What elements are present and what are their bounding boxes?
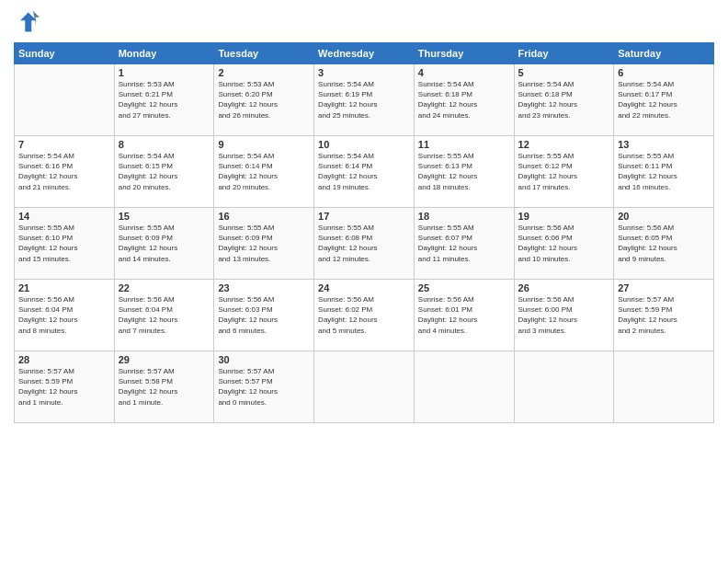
calendar-cell: 25Sunrise: 5:56 AM Sunset: 6:01 PM Dayli… [414, 280, 514, 351]
day-info: Sunrise: 5:54 AM Sunset: 6:14 PM Dayligh… [218, 151, 310, 192]
calendar-cell: 13Sunrise: 5:55 AM Sunset: 6:11 PM Dayli… [614, 136, 714, 208]
day-info: Sunrise: 5:55 AM Sunset: 6:10 PM Dayligh… [18, 223, 110, 264]
day-number: 21 [18, 282, 110, 293]
day-number: 10 [318, 139, 410, 150]
day-info: Sunrise: 5:53 AM Sunset: 6:20 PM Dayligh… [218, 79, 310, 121]
day-info: Sunrise: 5:57 AM Sunset: 5:57 PM Dayligh… [218, 366, 310, 408]
calendar-cell: 17Sunrise: 5:55 AM Sunset: 6:08 PM Dayli… [314, 208, 415, 280]
calendar-cell: 8Sunrise: 5:54 AM Sunset: 6:15 PM Daylig… [114, 136, 214, 208]
calendar-table: SundayMondayTuesdayWednesdayThursdayFrid… [14, 42, 714, 423]
calendar-cell: 1Sunrise: 5:53 AM Sunset: 6:21 PM Daylig… [114, 64, 214, 136]
day-number: 5 [518, 67, 610, 78]
day-number: 2 [218, 67, 310, 78]
day-info: Sunrise: 5:54 AM Sunset: 6:15 PM Dayligh… [119, 151, 210, 192]
day-info: Sunrise: 5:55 AM Sunset: 6:07 PM Dayligh… [418, 223, 510, 264]
calendar-cell: 27Sunrise: 5:57 AM Sunset: 5:59 PM Dayli… [614, 280, 714, 351]
day-number: 19 [518, 211, 610, 222]
calendar-cell: 2Sunrise: 5:53 AM Sunset: 6:20 PM Daylig… [214, 64, 314, 136]
calendar-cell [614, 351, 714, 423]
calendar-cell: 18Sunrise: 5:55 AM Sunset: 6:07 PM Dayli… [414, 208, 514, 280]
day-info: Sunrise: 5:55 AM Sunset: 6:09 PM Dayligh… [119, 223, 210, 264]
calendar-cell [514, 351, 614, 423]
day-info: Sunrise: 5:54 AM Sunset: 6:18 PM Dayligh… [518, 79, 610, 121]
day-number: 12 [518, 139, 610, 150]
calendar-cell [314, 351, 415, 423]
day-info: Sunrise: 5:56 AM Sunset: 6:01 PM Dayligh… [418, 294, 510, 336]
col-header-thursday: Thursday [414, 43, 514, 64]
page: SundayMondayTuesdayWednesdayThursdayFrid… [0, 0, 728, 563]
day-info: Sunrise: 5:56 AM Sunset: 6:02 PM Dayligh… [318, 294, 410, 336]
calendar-cell: 9Sunrise: 5:54 AM Sunset: 6:14 PM Daylig… [214, 136, 314, 208]
calendar-cell: 30Sunrise: 5:57 AM Sunset: 5:57 PM Dayli… [214, 351, 314, 423]
day-number: 15 [119, 211, 210, 222]
week-row-2: 7Sunrise: 5:54 AM Sunset: 6:16 PM Daylig… [15, 136, 714, 208]
day-number: 29 [119, 354, 210, 365]
calendar-cell: 16Sunrise: 5:55 AM Sunset: 6:09 PM Dayli… [214, 208, 314, 280]
logo [14, 9, 43, 35]
calendar-cell: 10Sunrise: 5:54 AM Sunset: 6:14 PM Dayli… [314, 136, 415, 208]
calendar-cell: 29Sunrise: 5:57 AM Sunset: 5:58 PM Dayli… [114, 351, 214, 423]
calendar-cell: 20Sunrise: 5:56 AM Sunset: 6:05 PM Dayli… [614, 208, 714, 280]
week-row-4: 21Sunrise: 5:56 AM Sunset: 6:04 PM Dayli… [15, 280, 714, 351]
day-number: 6 [618, 67, 710, 78]
calendar-cell [414, 351, 514, 423]
calendar-cell: 4Sunrise: 5:54 AM Sunset: 6:18 PM Daylig… [414, 64, 514, 136]
calendar-cell: 3Sunrise: 5:54 AM Sunset: 6:19 PM Daylig… [314, 64, 415, 136]
header [14, 9, 714, 35]
calendar-cell: 24Sunrise: 5:56 AM Sunset: 6:02 PM Dayli… [314, 280, 415, 351]
day-info: Sunrise: 5:56 AM Sunset: 6:03 PM Dayligh… [218, 294, 310, 336]
calendar-cell: 5Sunrise: 5:54 AM Sunset: 6:18 PM Daylig… [514, 64, 614, 136]
day-number: 8 [119, 139, 210, 150]
day-number: 13 [618, 139, 710, 150]
day-number: 25 [418, 282, 510, 293]
col-header-monday: Monday [114, 43, 214, 64]
col-header-sunday: Sunday [15, 43, 115, 64]
day-number: 17 [318, 211, 410, 222]
col-header-tuesday: Tuesday [214, 43, 314, 64]
day-info: Sunrise: 5:54 AM Sunset: 6:19 PM Dayligh… [318, 79, 410, 121]
day-number: 18 [418, 211, 510, 222]
calendar-cell: 23Sunrise: 5:56 AM Sunset: 6:03 PM Dayli… [214, 280, 314, 351]
day-info: Sunrise: 5:57 AM Sunset: 5:58 PM Dayligh… [119, 366, 210, 408]
header-row: SundayMondayTuesdayWednesdayThursdayFrid… [15, 43, 714, 64]
day-number: 9 [218, 139, 310, 150]
day-info: Sunrise: 5:56 AM Sunset: 6:04 PM Dayligh… [119, 294, 210, 336]
day-number: 16 [218, 211, 310, 222]
calendar-cell: 26Sunrise: 5:56 AM Sunset: 6:00 PM Dayli… [514, 280, 614, 351]
day-number: 24 [318, 282, 410, 293]
day-number: 27 [618, 282, 710, 293]
col-header-wednesday: Wednesday [314, 43, 415, 64]
day-number: 28 [18, 354, 110, 365]
day-number: 11 [418, 139, 510, 150]
day-info: Sunrise: 5:56 AM Sunset: 6:06 PM Dayligh… [518, 223, 610, 264]
calendar-cell: 15Sunrise: 5:55 AM Sunset: 6:09 PM Dayli… [114, 208, 214, 280]
calendar-cell: 12Sunrise: 5:55 AM Sunset: 6:12 PM Dayli… [514, 136, 614, 208]
calendar-cell: 19Sunrise: 5:56 AM Sunset: 6:06 PM Dayli… [514, 208, 614, 280]
calendar-cell: 14Sunrise: 5:55 AM Sunset: 6:10 PM Dayli… [15, 208, 115, 280]
day-info: Sunrise: 5:56 AM Sunset: 6:00 PM Dayligh… [518, 294, 610, 336]
calendar-cell: 22Sunrise: 5:56 AM Sunset: 6:04 PM Dayli… [114, 280, 214, 351]
calendar-cell: 21Sunrise: 5:56 AM Sunset: 6:04 PM Dayli… [15, 280, 115, 351]
day-info: Sunrise: 5:55 AM Sunset: 6:11 PM Dayligh… [618, 151, 710, 192]
calendar-cell: 6Sunrise: 5:54 AM Sunset: 6:17 PM Daylig… [614, 64, 714, 136]
day-number: 3 [318, 67, 410, 78]
col-header-friday: Friday [514, 43, 614, 64]
day-number: 30 [218, 354, 310, 365]
calendar-cell: 7Sunrise: 5:54 AM Sunset: 6:16 PM Daylig… [15, 136, 115, 208]
day-info: Sunrise: 5:55 AM Sunset: 6:09 PM Dayligh… [218, 223, 310, 264]
day-number: 1 [119, 67, 210, 78]
day-number: 4 [418, 67, 510, 78]
week-row-3: 14Sunrise: 5:55 AM Sunset: 6:10 PM Dayli… [15, 208, 714, 280]
day-info: Sunrise: 5:55 AM Sunset: 6:12 PM Dayligh… [518, 151, 610, 192]
day-info: Sunrise: 5:55 AM Sunset: 6:08 PM Dayligh… [318, 223, 410, 264]
week-row-1: 1Sunrise: 5:53 AM Sunset: 6:21 PM Daylig… [15, 64, 714, 136]
day-info: Sunrise: 5:55 AM Sunset: 6:13 PM Dayligh… [418, 151, 510, 192]
calendar-cell: 11Sunrise: 5:55 AM Sunset: 6:13 PM Dayli… [414, 136, 514, 208]
day-info: Sunrise: 5:54 AM Sunset: 6:18 PM Dayligh… [418, 79, 510, 121]
day-number: 14 [18, 211, 110, 222]
day-info: Sunrise: 5:56 AM Sunset: 6:04 PM Dayligh… [18, 294, 110, 336]
col-header-saturday: Saturday [614, 43, 714, 64]
day-info: Sunrise: 5:56 AM Sunset: 6:05 PM Dayligh… [618, 223, 710, 264]
svg-marker-1 [33, 11, 40, 26]
calendar-cell: 28Sunrise: 5:57 AM Sunset: 5:59 PM Dayli… [15, 351, 115, 423]
